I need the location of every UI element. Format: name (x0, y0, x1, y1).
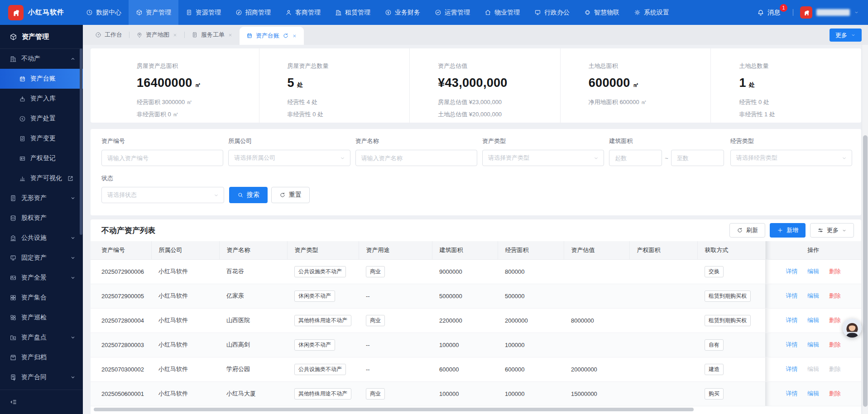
tabs-more-button[interactable]: 更多 (830, 29, 862, 42)
build-area-to-input[interactable] (671, 150, 724, 166)
status-select[interactable]: 请选择状态 (101, 187, 224, 203)
assistant-avatar[interactable] (843, 319, 862, 338)
nav-item-data-center[interactable]: 数据中心 (79, 0, 129, 25)
user-name-redacted[interactable] (816, 9, 850, 16)
detail-link[interactable]: 详情 (786, 317, 797, 324)
edit-link[interactable]: 编辑 (807, 390, 819, 397)
asset-code-input[interactable] (101, 150, 223, 166)
id-card-icon (19, 155, 26, 162)
delete-link[interactable]: 删除 (829, 390, 841, 397)
stat-unit: ㎡ (195, 81, 201, 89)
field-status: 状态 请选择状态 (101, 174, 224, 203)
close-icon[interactable] (228, 33, 233, 38)
sidebar-item-asset-panorama[interactable]: 资产全景 (0, 268, 83, 288)
sidebar-item-public-facilities[interactable]: 公共设施 (0, 228, 83, 248)
sidebar-scrollbar-thumb[interactable] (80, 48, 82, 235)
search-button-label: 搜索 (247, 191, 259, 199)
detail-link[interactable]: 详情 (786, 341, 797, 348)
nav-item-label: 资源管理 (196, 9, 221, 17)
sidebar-item-asset-collection[interactable]: 资产集合 (0, 288, 83, 308)
field-label: 建筑面积 (609, 137, 725, 145)
table-more-button[interactable]: 更多 (810, 223, 854, 238)
table-header-row: 资产编号 所属公司 资产名称 资产类型 资产用途 建筑面积 经营面积 资产估值 … (91, 241, 861, 259)
build-area-from-input[interactable] (609, 150, 662, 166)
stats-card: 房屋资产总面积 16400000㎡ 经营面积 3000000 ㎡非经营面积 0 … (91, 48, 861, 123)
detail-link[interactable]: 详情 (786, 390, 797, 397)
company-select[interactable]: 请选择所属公司 (228, 150, 350, 166)
nav-item-property-mgmt[interactable]: 物业管理 (477, 0, 527, 25)
facility-icon (10, 234, 17, 242)
detail-link[interactable]: 详情 (786, 292, 797, 299)
tab-asset-map[interactable]: 资产地图 (129, 25, 184, 45)
add-button-label: 新增 (786, 226, 798, 234)
compass-icon (235, 9, 242, 16)
messages-button[interactable]: 消息 1 (757, 9, 780, 17)
add-button[interactable]: 新增 (770, 223, 806, 238)
nav-item-merchant-mgmt[interactable]: 客商管理 (278, 0, 328, 25)
search-button[interactable]: 搜索 (229, 187, 268, 203)
delete-link[interactable]: 删除 (829, 292, 841, 299)
user-avatar[interactable] (800, 6, 812, 19)
edit-link[interactable]: 编辑 (807, 317, 819, 324)
horse-icon (802, 9, 810, 17)
sidebar-item-asset-inbound[interactable]: 资产入库 (0, 89, 83, 109)
tab-asset-ledger[interactable]: 资产台账 (240, 27, 304, 45)
nav-item-smart-iot[interactable]: 智慧物联 (577, 0, 627, 25)
nav-item-finance[interactable]: 业务财务 (378, 0, 427, 25)
chevron-down-icon[interactable] (854, 10, 859, 15)
nav-item-investment-mgmt[interactable]: 招商管理 (228, 0, 278, 25)
sidebar-item-real-estate[interactable]: 不动产 (0, 49, 83, 69)
sidebar-item-asset-contract[interactable]: 资产合同 (0, 367, 83, 387)
sidebar-item-asset-disposal[interactable]: 资产处置 (0, 109, 83, 128)
nav-item-lease-mgmt[interactable]: 租赁管理 (328, 0, 378, 25)
reset-button[interactable]: 重置 (271, 187, 310, 203)
nav-item-asset-mgmt[interactable]: 资产管理 (129, 0, 178, 25)
messages-label: 消息 (767, 9, 780, 17)
tab-workbench[interactable]: 工作台 (88, 25, 129, 45)
sidebar-item-asset-archive[interactable]: 资产归档 (0, 347, 83, 367)
edit-link[interactable]: 编辑 (807, 268, 819, 275)
sidebar-item-asset-inventory[interactable]: 资产盘点 (0, 328, 83, 347)
usage-tag: 商业 (366, 315, 385, 326)
nav-item-label: 资产管理 (146, 9, 171, 17)
col-build-area: 建筑面积 (432, 241, 498, 259)
refresh-icon[interactable] (283, 33, 289, 39)
nav-item-system-settings[interactable]: 系统设置 (627, 0, 676, 25)
delete-link[interactable]: 删除 (829, 268, 841, 275)
close-icon[interactable] (173, 33, 177, 38)
col-acquisition: 获取方式 (697, 241, 765, 259)
sidebar-item-asset-patrol[interactable]: 资产巡检 (0, 308, 83, 328)
close-icon[interactable] (292, 33, 297, 38)
vertical-scrollbar-thumb[interactable] (863, 135, 868, 407)
database-icon (10, 214, 17, 222)
delete-link[interactable]: 删除 (829, 341, 841, 348)
sidebar-item-fixed-assets[interactable]: 固定资产 (0, 248, 83, 268)
sidebar-item-asset-visualization[interactable]: 资产可视化 (0, 168, 83, 188)
asset-type-select[interactable]: 请选择资产类型 (482, 150, 604, 166)
tab-service-ticket[interactable]: 服务工单 (185, 25, 240, 45)
detail-link[interactable]: 详情 (786, 268, 797, 275)
nav-item-admin-office[interactable]: 行政办公 (527, 0, 577, 25)
stat-sub: 土地总估值 ¥20,000,000 (438, 108, 560, 120)
sidebar-item-equity-assets[interactable]: 股权资产 (0, 208, 83, 228)
app-logo[interactable] (8, 5, 24, 20)
asset-name-input[interactable] (355, 150, 477, 166)
sidebar-item-property-registration[interactable]: 产权登记 (0, 148, 83, 168)
horizontal-scrollbar-thumb[interactable] (94, 408, 694, 411)
operation-type-select[interactable]: 请选择经营类型 (730, 150, 852, 166)
nav-item-operation-mgmt[interactable]: 运营管理 (427, 0, 477, 25)
field-label: 资产名称 (355, 137, 477, 145)
sidebar-item-asset-ledger[interactable]: 资产台账 (0, 69, 83, 89)
edit-link[interactable]: 编辑 (807, 292, 819, 299)
building-icon (10, 55, 17, 62)
sidebar-item-asset-change[interactable]: 资产变更 (0, 128, 83, 148)
sidebar-item-intangible-assets[interactable]: 无形资产 (0, 188, 83, 208)
delete-link[interactable]: 删除 (829, 317, 841, 324)
cell-asset-name: 山西高剑 (219, 333, 287, 357)
edit-link-disabled: 编辑 (807, 366, 819, 372)
nav-item-resource-mgmt[interactable]: 资源管理 (178, 0, 228, 25)
edit-link[interactable]: 编辑 (807, 341, 819, 348)
detail-link[interactable]: 详情 (786, 366, 797, 372)
refresh-button[interactable]: 刷新 (729, 223, 765, 238)
collapse-sidebar-icon[interactable] (10, 398, 17, 406)
